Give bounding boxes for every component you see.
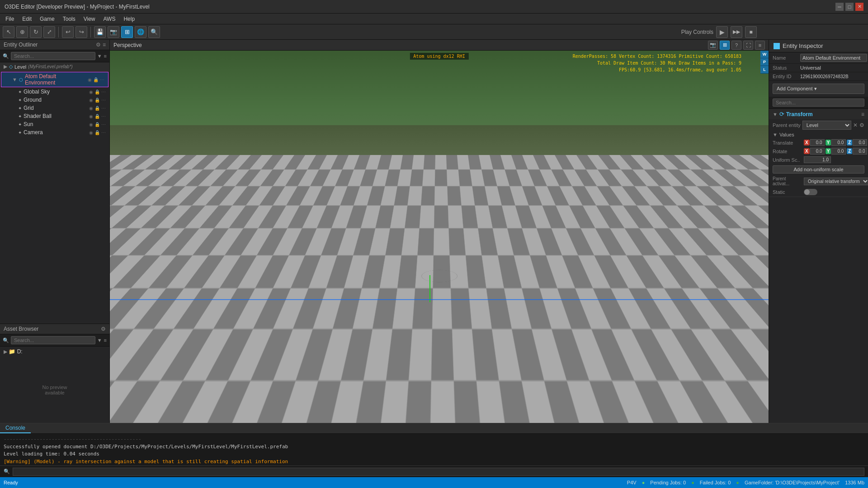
values-collapse-icon[interactable]: ▼: [773, 132, 778, 137]
shader-visibility-icon[interactable]: ◉: [89, 114, 93, 119]
viewport-expand-btn[interactable]: ⛶: [743, 41, 753, 50]
atom-visibility-icon[interactable]: ◉: [88, 77, 92, 82]
sun-visibility-icon[interactable]: ◉: [89, 122, 93, 127]
entity-item-shader-ball[interactable]: ✦ Shader Ball ◉ 🔒 ⋯: [0, 112, 109, 120]
menu-tools[interactable]: Tools: [59, 15, 79, 23]
translate-z-value[interactable]: [853, 139, 867, 146]
sun-lock-icon[interactable]: 🔒: [94, 122, 100, 127]
asset-filter-icon[interactable]: ⚙: [101, 326, 106, 332]
shader-more-icon[interactable]: ⋯: [101, 114, 106, 119]
stop-button[interactable]: ■: [745, 26, 757, 38]
toolbar-redo-button[interactable]: ↪: [75, 26, 87, 38]
camera-lock-icon[interactable]: 🔒: [94, 130, 100, 135]
entity-enabled-checkbox[interactable]: [774, 43, 780, 49]
toolbar-grid-button[interactable]: ⊞: [121, 26, 133, 38]
l-indicator[interactable]: L: [760, 66, 769, 74]
translate-y-value[interactable]: [831, 139, 846, 146]
play-button[interactable]: ▶: [716, 26, 728, 38]
atom-lock-icon[interactable]: 🔒: [93, 77, 99, 82]
toolbar-globe-button[interactable]: 🌐: [135, 26, 146, 38]
entity-item-ground[interactable]: ✦ Ground ◉ 🔒 ⋯: [0, 96, 109, 104]
add-component-button[interactable]: Add Component ▾: [773, 84, 864, 94]
viewport-camera-btn[interactable]: 📷: [708, 41, 718, 50]
toolbar-scale-button[interactable]: ⤢: [43, 26, 55, 38]
asset-tree-root[interactable]: ▶ 📁 D:: [0, 347, 109, 357]
w-indicator[interactable]: W: [760, 51, 769, 58]
ground-more-icon[interactable]: ⋯: [101, 98, 106, 103]
grid-lock-icon[interactable]: 🔒: [94, 106, 100, 111]
atom-more-icon[interactable]: ⋯: [100, 77, 104, 82]
viewport-menu-btn[interactable]: ≡: [755, 41, 765, 50]
outliner-list-button[interactable]: ≡: [104, 53, 107, 59]
toolbar-undo-button[interactable]: ↩: [62, 26, 74, 38]
entity-item-atom-default[interactable]: ▼ ⬡ Atom Default Environment ◉ 🔒 ⋯: [1, 72, 108, 87]
outliner-search-input[interactable]: [11, 52, 95, 60]
entity-item-camera[interactable]: ✦ Camera ◉ 🔒 ⋯: [0, 128, 109, 136]
entity-name-input[interactable]: [800, 54, 867, 62]
outliner-filter-button[interactable]: ▼: [97, 53, 102, 59]
menu-aws[interactable]: AWS: [100, 15, 119, 23]
camera-more-icon[interactable]: ⋯: [101, 130, 106, 135]
rotate-y-value[interactable]: [831, 148, 846, 155]
menu-view[interactable]: View: [80, 15, 99, 23]
viewport-move-btn[interactable]: ⊕: [113, 232, 123, 242]
ground-lock-icon[interactable]: 🔒: [94, 98, 100, 103]
entity-item-grid[interactable]: ✦ Grid ◉ 🔒 ⋯: [0, 104, 109, 112]
grid-visibility-icon[interactable]: ◉: [89, 106, 93, 111]
add-nonuniform-scale-button[interactable]: Add non-uniform scale: [773, 165, 864, 174]
toolbar-rotate-button[interactable]: ↻: [30, 26, 42, 38]
translate-x-value[interactable]: [810, 139, 825, 146]
parent-entity-settings-icon[interactable]: ⚙: [859, 122, 864, 128]
inspector-search-input[interactable]: [773, 99, 864, 107]
viewport-zoom-btn[interactable]: ⊖: [113, 244, 123, 253]
sky-lock-icon[interactable]: 🔒: [94, 89, 100, 94]
minimize-button[interactable]: ─: [835, 3, 844, 11]
asset-search-input[interactable]: [11, 336, 95, 344]
toolbar-camera-button[interactable]: 📷: [108, 26, 119, 38]
close-button[interactable]: ✕: [855, 3, 863, 11]
rotate-x-value[interactable]: [810, 148, 825, 155]
console-input[interactable]: [13, 468, 864, 476]
atom-expand-icon[interactable]: ▼: [12, 77, 17, 82]
viewport-canvas[interactable]: Atom using dx12 RHI RenderPasses: 58 Ver…: [110, 51, 769, 423]
p-indicator[interactable]: P: [760, 58, 769, 66]
parent-entity-select[interactable]: Level: [802, 121, 851, 130]
transform-component-header[interactable]: ▼ ⟳ Transform ≡: [769, 109, 868, 119]
outliner-filter-icon[interactable]: ⚙: [96, 42, 101, 48]
sky-more-icon[interactable]: ⋯: [101, 89, 106, 94]
transform-collapse-icon[interactable]: ▼: [773, 112, 778, 117]
menu-edit[interactable]: Edit: [19, 15, 35, 23]
entity-item-global-sky[interactable]: ✦ Global Sky ◉ 🔒 ⋯: [0, 88, 109, 96]
level-expand-icon[interactable]: ▶: [4, 64, 7, 70]
maximize-button[interactable]: □: [845, 3, 854, 11]
rotate-z-value[interactable]: [853, 148, 867, 155]
toolbar-save-button[interactable]: 💾: [94, 26, 106, 38]
window-controls[interactable]: ─ □ ✕: [835, 3, 863, 11]
menu-file[interactable]: File: [2, 15, 18, 23]
step-button[interactable]: ▶▶: [731, 26, 742, 38]
console-tab[interactable]: Console: [0, 423, 31, 433]
toolbar-move-button[interactable]: ⊕: [16, 26, 28, 38]
menu-game[interactable]: Game: [36, 15, 58, 23]
ground-visibility-icon[interactable]: ◉: [89, 98, 93, 103]
entity-item-sun[interactable]: ✦ Sun ◉ 🔒 ⋯: [0, 120, 109, 128]
sun-more-icon[interactable]: ⋯: [101, 122, 106, 127]
parent-entity-clear-btn[interactable]: ✕: [853, 122, 858, 128]
parent-activation-select[interactable]: Original relative transform: [804, 178, 868, 185]
viewport-grid-btn[interactable]: ⊞: [720, 41, 730, 50]
toolbar-zoom-button[interactable]: 🔍: [148, 26, 160, 38]
asset-list-button[interactable]: ≡: [104, 338, 107, 343]
asset-tree-expand-icon[interactable]: ▶: [4, 349, 7, 354]
sky-visibility-icon[interactable]: ◉: [89, 89, 93, 94]
static-toggle[interactable]: [804, 189, 817, 195]
outliner-menu-icon[interactable]: ≡: [103, 42, 106, 48]
camera-visibility-icon[interactable]: ◉: [89, 130, 93, 135]
uniform-scale-input[interactable]: [804, 156, 831, 163]
menu-help[interactable]: Help: [120, 15, 138, 23]
grid-more-icon[interactable]: ⋯: [101, 106, 106, 111]
viewport-add-btn[interactable]: +: [113, 220, 123, 230]
asset-filter-button[interactable]: ▼: [97, 338, 102, 343]
shader-lock-icon[interactable]: 🔒: [94, 114, 100, 119]
toolbar-select-button[interactable]: ↖: [3, 26, 14, 38]
viewport-help-btn[interactable]: ?: [731, 41, 741, 50]
